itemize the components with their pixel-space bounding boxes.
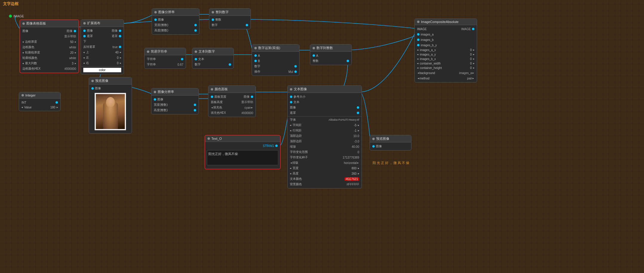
node-row: 高度(整数) [152, 28, 199, 33]
node-row: A [252, 53, 299, 58]
image-resolution-top-header: 图像分辨率 [152, 9, 199, 16]
node-row: ◄ images_a_y 0 ► [415, 52, 477, 57]
node-row: B [252, 58, 299, 64]
image-composite-node: ImageCompositeAbsolute IMAGE IMAGE image… [414, 19, 477, 82]
node-row: ◄ 边框厚度 50 ► [20, 39, 79, 45]
node-row: ◄ method pair ► [415, 76, 477, 81]
node-row: 背景颜色 #FFFFFF [288, 182, 362, 187]
node-row: 反转遮罩 true [81, 44, 124, 50]
node-row: ◄ 右 0 ► [81, 60, 124, 66]
node-row: 遮罩 [288, 110, 362, 116]
num-to-int-node: 数字到整数 A 整数 [310, 44, 352, 65]
node-row: 整数 [310, 58, 351, 64]
integer-header: Integer [19, 92, 60, 99]
text-to-num-node: 文本到数字 文本 数字 [192, 48, 234, 69]
text-o-header: Text_O [205, 136, 280, 142]
node-row: ◄ 填充色 cyan ► [208, 105, 256, 110]
image-composite-header: ImageCompositeAbsolute [415, 19, 477, 25]
node-row: ◄ container_width 0 ► [415, 61, 477, 66]
node-row: 顶部边距 10.0 [288, 133, 362, 139]
node-row: STRING [205, 143, 280, 148]
text-input-area: 阳光正好，微风不燥 [205, 148, 280, 168]
node-row: 遮罩 遮罩 [81, 33, 124, 39]
math-op-node: 数字运算(双值) A B 数字 操作 Mul [252, 44, 299, 76]
node-row: ◄ images_a_x 0 ► [415, 48, 477, 52]
node-row: images_b_y [415, 42, 477, 48]
image-format-panel-node: 图像表格面板 图像 图像 显示帮助 ◄ 边框厚度 50 ► 边框颜色 white… [19, 19, 79, 73]
node-row: ◄ 宽度 800 ► [288, 165, 362, 171]
node-row: ◄ 高度 260 ► [288, 171, 362, 176]
node-row: 面板宽度 图像 [208, 94, 256, 99]
preview-image-right-node: 预览图像 图像 [370, 135, 411, 151]
node-row: 数字 [252, 64, 299, 69]
color-box-row: color [81, 67, 124, 73]
text-o-node: Text_O STRING 阳光正好，微风不燥 [205, 135, 281, 169]
node-row: 图像 [152, 17, 199, 22]
node-row: ◄ 左 0 ► [81, 55, 124, 60]
node-row: ◄ 最大列数 3 ► [20, 61, 79, 66]
node-row: 文本 [288, 99, 362, 105]
node-row: 图像 [370, 144, 411, 149]
node-row: 图像 图像 [20, 28, 79, 34]
image-resolution-mid-node: 图像分辨率 图像 宽度(整数) 高度(整数) [151, 88, 199, 114]
expand-canvas-header: 扩展画布 [81, 20, 124, 27]
math-op-header: 数字运算(双值) [252, 45, 299, 52]
node-row: 数字 [209, 22, 250, 28]
preview-image-left-node: 预览图像 图像 [89, 77, 132, 134]
node-row: 字符串 0.87 [145, 62, 186, 67]
node-row: ◄ 行间距 -1 ► [288, 128, 362, 133]
image-format-panel-header: 图像表格面板 [20, 20, 79, 27]
color-panel-node: 颜色面板 面板宽度 图像 面板高度 显示帮助 ◄ 填充色 cyan ► 填充色H… [208, 85, 256, 117]
node-row: 下 [81, 39, 124, 44]
image-resolution-mid-header: 图像分辨率 [151, 88, 199, 96]
node-row: 高度(整数) [151, 108, 199, 113]
node-row: ◄ 上 40 ► [81, 50, 124, 55]
node-row: A [310, 53, 351, 58]
node-row: 顶部边距 -3.0 [288, 139, 362, 144]
node-row: 字符串 [145, 56, 186, 62]
text-image-node: 文本图像 参考大小 文本 图像 遮罩 字体 Alibaba-PuHuiTi-He… [287, 85, 362, 188]
node-row: 填充色HEX #000000 [208, 110, 256, 116]
node-row: 字符变化种子 1713776389 [288, 155, 362, 160]
image-resolution-top-node: 图像分辨率 图像 宽度(整数) 高度(整数) [152, 8, 199, 35]
node-row: INT [19, 100, 60, 105]
node-row: ◄ 排版 horizontal ► [288, 160, 362, 165]
node-row: 数字 [192, 62, 233, 67]
node-row: 边框颜色HEX #000000 [20, 66, 79, 71]
text-to-num-header: 文本到数字 [192, 48, 233, 55]
int-to-num-header: 整到数字 [209, 9, 250, 16]
node-row: 字体 Alibaba-PuHuiTi-Heavy.ttf [288, 117, 362, 122]
node-row: ◄ background images_a ► [415, 70, 477, 76]
node-row: 图像 [89, 86, 132, 91]
preview-image-left-header: 预览图像 [89, 77, 132, 85]
node-row: 整数 [209, 17, 250, 22]
node-row: ◄ container_height 0 ► [415, 66, 477, 70]
node-row: 图像 [151, 97, 199, 102]
color-panel-header: 颜色面板 [208, 86, 256, 93]
image-label: IMAGE [13, 14, 24, 18]
node-row: IMAGE IMAGE [415, 26, 477, 32]
text-input[interactable]: 阳光正好，微风不燥 [207, 150, 278, 165]
preview-photo [95, 93, 126, 130]
node-row: 面板高度 显示帮助 [208, 99, 256, 105]
node-row: ◄ 字间距 -5 ► [288, 122, 362, 128]
node-row: ◄ Value 180 ► [19, 105, 60, 110]
node-row: 宽度(整数) [152, 22, 199, 28]
node-row: images_a [415, 32, 477, 37]
text-image-header: 文本图像 [288, 86, 362, 93]
node-row: 文本 [192, 56, 233, 62]
simple-string-header: 简易字符串 [145, 48, 186, 55]
node-row: 缩放 40.00 [288, 144, 362, 149]
node-row: 参考大小 [288, 94, 362, 99]
node-row: 图像 [288, 105, 362, 110]
node-row: 边框颜色 white [20, 45, 79, 50]
page-title: 文字边框 [0, 0, 21, 8]
image-input-node: IMAGE [9, 14, 24, 18]
node-row: 宽度(整数) [151, 102, 199, 108]
int-to-num-node: 整到数字 整数 数字 [209, 8, 251, 29]
node-row: 图像 图像 [81, 28, 124, 33]
node-row: ◄ 轮廓线厚度 20 ► [20, 50, 79, 55]
node-row: 轮廓线颜色 white [20, 55, 79, 61]
num-to-int-header: 数字到整数 [310, 45, 351, 52]
node-row: 显示帮助 [20, 34, 79, 39]
